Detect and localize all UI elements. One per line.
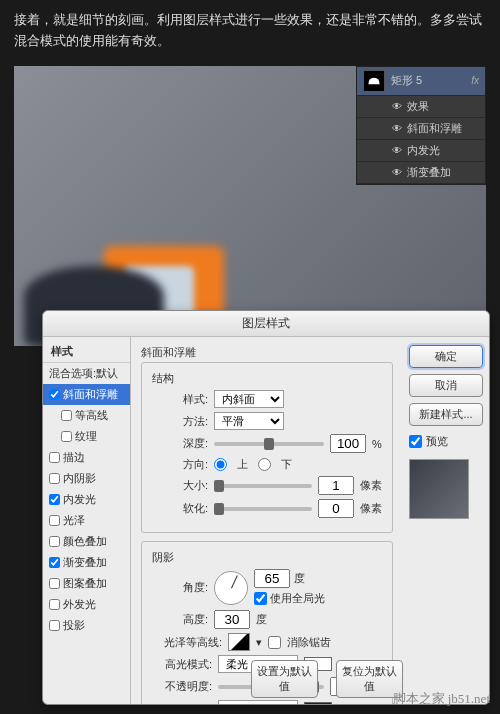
layer-name: 矩形 5 [391,73,422,88]
make-default-button[interactable]: 设置为默认值 [251,660,318,698]
layer-row-selected[interactable]: 矩形 5 fx [357,67,485,96]
shadow-mode-select[interactable]: 线性加深 [218,700,298,704]
depth-slider[interactable] [214,442,324,446]
style-satin[interactable]: 光泽 [43,510,130,531]
soften-slider[interactable] [214,507,312,511]
main-panel: 斜面和浮雕 结构 样式:内斜面 方法:平滑 深度:% 方向:上下 大小:像素 软… [131,337,403,704]
style-inner-shadow[interactable]: 内阴影 [43,468,130,489]
style-select[interactable]: 内斜面 [214,390,284,408]
style-pattern-overlay[interactable]: 图案叠加 [43,573,130,594]
shadow-color-swatch[interactable] [304,702,332,704]
global-light-cb[interactable] [254,592,267,605]
dir-down-radio[interactable] [258,458,271,471]
style-stroke[interactable]: 描边 [43,447,130,468]
style-list: 样式 混合选项:默认 斜面和浮雕 等高线 纹理 描边 内阴影 内发光 光泽 颜色… [43,337,131,704]
cb-satin[interactable] [49,515,60,526]
dir-up-radio[interactable] [214,458,227,471]
cb-drop-shadow[interactable] [49,620,60,631]
depth-input[interactable] [330,434,366,453]
style-contour[interactable]: 等高线 [43,405,130,426]
section-title: 斜面和浮雕 [141,345,393,360]
soften-input[interactable] [318,499,354,518]
dialog-title: 图层样式 [43,311,489,337]
cb-inner-glow[interactable] [49,494,60,505]
blend-options[interactable]: 混合选项:默认 [43,363,130,384]
cb-stroke[interactable] [49,452,60,463]
preview-thumbnail [409,459,469,519]
style-bevel[interactable]: 斜面和浮雕 [43,384,130,405]
style-texture[interactable]: 纹理 [43,426,130,447]
visibility-icon[interactable]: 👁 [391,122,403,134]
cb-texture[interactable] [61,431,72,442]
cb-pattern-overlay[interactable] [49,578,60,589]
effect-inner-glow[interactable]: 👁内发光 [357,140,485,162]
style-inner-glow[interactable]: 内发光 [43,489,130,510]
visibility-icon[interactable]: 👁 [391,144,403,156]
altitude-input[interactable] [214,610,250,629]
right-column: 确定 取消 新建样式... 预览 [403,337,489,704]
structure-group: 结构 样式:内斜面 方法:平滑 深度:% 方向:上下 大小:像素 软化:像素 [141,362,393,533]
cb-inner-shadow[interactable] [49,473,60,484]
angle-dial[interactable] [214,571,248,605]
layer-style-dialog: 图层样式 样式 混合选项:默认 斜面和浮雕 等高线 纹理 描边 内阴影 内发光 … [42,310,490,705]
new-style-button[interactable]: 新建样式... [409,403,483,426]
cb-gradient-overlay[interactable] [49,557,60,568]
ok-button[interactable]: 确定 [409,345,483,368]
cancel-button[interactable]: 取消 [409,374,483,397]
cb-color-overlay[interactable] [49,536,60,547]
angle-input[interactable] [254,569,290,588]
style-list-header[interactable]: 样式 [43,341,130,363]
layers-panel[interactable]: 矩形 5 fx 👁效果 👁斜面和浮雕 👁内发光 👁渐变叠加 [356,66,486,185]
style-outer-glow[interactable]: 外发光 [43,594,130,615]
style-color-overlay[interactable]: 颜色叠加 [43,531,130,552]
style-drop-shadow[interactable]: 投影 [43,615,130,636]
style-gradient-overlay[interactable]: 渐变叠加 [43,552,130,573]
preview-cb[interactable] [409,435,422,448]
watermark: 脚本之家 jb51.net [393,690,491,708]
fx-badge[interactable]: fx [471,75,479,86]
canvas-preview: 矩形 5 fx 👁效果 👁斜面和浮雕 👁内发光 👁渐变叠加 [14,66,486,346]
layer-thumbnail [363,70,385,92]
cb-bevel[interactable] [49,389,60,400]
gloss-contour-picker[interactable] [228,633,250,651]
effects-toggle[interactable]: 👁效果 [357,96,485,118]
size-slider[interactable] [214,484,312,488]
antialias-cb[interactable] [268,636,281,649]
effect-gradient-overlay[interactable]: 👁渐变叠加 [357,162,485,184]
article-text: 接着，就是细节的刻画。利用图层样式进行一些效果，还是非常不错的。多多尝试混合模式… [0,0,500,62]
effect-bevel[interactable]: 👁斜面和浮雕 [357,118,485,140]
visibility-icon[interactable]: 👁 [391,100,403,112]
visibility-icon[interactable]: 👁 [391,166,403,178]
size-input[interactable] [318,476,354,495]
method-select[interactable]: 平滑 [214,412,284,430]
cb-contour[interactable] [61,410,72,421]
dropdown-icon[interactable]: ▾ [256,636,262,649]
cb-outer-glow[interactable] [49,599,60,610]
